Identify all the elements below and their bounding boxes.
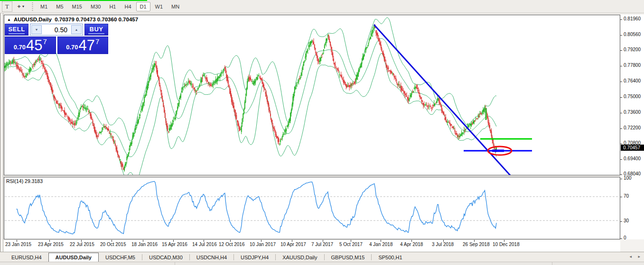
sell-button[interactable]: SELL [5, 24, 28, 36]
date-label: 26 Sep 2018 [463, 242, 490, 247]
date-label: 12 Oct 2016 [219, 242, 244, 247]
date-label: 22 Jul 2015 [70, 242, 94, 247]
date-label: 10 Jan 2017 [250, 242, 276, 247]
timeframe-button-m15[interactable]: M15 [68, 2, 86, 11]
status-divider [552, 262, 552, 265]
status-divider [175, 262, 175, 265]
price-tick [620, 35, 622, 36]
date-label: 23 Apr 2015 [38, 242, 64, 247]
rsi-line [17, 182, 497, 234]
status-strip [0, 262, 644, 265]
price-tick [620, 19, 622, 20]
rsi-level-tick [620, 221, 622, 222]
rsi-level-label: 0 [624, 235, 626, 240]
window-top-accent [0, 0, 147, 1]
rsi-label: RSI(14) 29.3183 [6, 178, 43, 184]
rsi-level-label: 70 [624, 193, 629, 199]
chevron-down-icon: ▾ [22, 4, 24, 9]
price-label: 0.77800 [624, 63, 641, 68]
price-label: 0.69400 [624, 156, 641, 161]
toolbar-separator [31, 2, 34, 11]
price-label: 0.76400 [624, 78, 641, 83]
price-label: 0.75000 [624, 94, 641, 99]
price-tick [620, 159, 622, 160]
timeframe-button-mn[interactable]: MN [168, 2, 183, 11]
volume-input[interactable]: 0.50 [43, 25, 70, 34]
date-label: 23 Jan 2015 [5, 242, 31, 247]
text-label-tool-button[interactable]: T [2, 1, 12, 12]
rsi-level-tick [620, 238, 622, 239]
metatrader-window: T ✦ ▾ M1M5M15M30H1H4D1W1MN ▲ AUDUSD,Dail… [0, 0, 644, 265]
chart-tab-usdchf-m5[interactable]: USDCHF,M5 [99, 253, 142, 262]
date-label: 4 Jan 2018 [369, 242, 393, 247]
chart-tab-eurusd-h4[interactable]: EURUSD,H4 [5, 253, 48, 262]
arrows-icon: ✦ [17, 3, 21, 10]
chart-tab-bar: EURUSD,H4AUDUSD,DailyUSDCHF,M5USDCAD,M30… [0, 252, 644, 262]
current-price-label: 0.70457 [621, 145, 644, 151]
price-label: 0.73600 [624, 110, 641, 115]
date-label: 5 Oct 2017 [339, 242, 363, 247]
chart-ohlc-values: 0.70379 0.70473 0.70360 0.70457 [55, 17, 138, 22]
rsi-level-label: 30 [624, 218, 629, 223]
rsi-indicator-pane[interactable]: RSI(14) 29.3183 [4, 177, 620, 239]
annotation-trendline[interactable] [374, 25, 511, 175]
chart-tab-xauusd-daily[interactable]: XAUUSD,Daily [276, 253, 324, 262]
window-left-inner-border [3, 13, 3, 262]
date-label: 20 Oct 2015 [100, 242, 126, 247]
price-label: 0.81960 [624, 16, 641, 21]
rsi-level-tick [620, 179, 622, 179]
date-label: 7 Jul 2017 [311, 242, 333, 247]
timeframe-button-group: M1M5M15M30H1H4D1W1MN [37, 2, 183, 11]
one-click-trading-panel: SELL ▼ 0.50 ▲ BUY 0.70457 0.70477 [5, 24, 108, 54]
sell-underline [9, 33, 25, 34]
rsi-chart [4, 177, 620, 239]
timeframe-button-h1[interactable]: H1 [105, 2, 120, 11]
volume-stepper: ▼ 0.50 ▲ [30, 24, 83, 36]
price-label: 0.72200 [624, 125, 641, 130]
timeframe-button-d1[interactable]: D1 [136, 2, 150, 11]
price-tick [620, 82, 622, 82]
window-left-border [0, 13, 0, 262]
buy-button[interactable]: BUY [84, 24, 108, 36]
price-tick [620, 174, 622, 175]
date-axis[interactable]: 23 Jan 201523 Apr 201522 Jul 201520 Oct … [4, 240, 620, 252]
collapse-triangle-icon[interactable]: ▲ [7, 18, 11, 22]
date-label: 3 Jul 2018 [432, 242, 454, 247]
date-label: 15 Apr 2016 [162, 242, 187, 247]
timeframe-button-m1[interactable]: M1 [37, 2, 51, 11]
date-label: 4 Apr 2018 [400, 242, 423, 247]
price-label: 0.80560 [624, 32, 641, 37]
tab-scroll-left-icon[interactable]: ◂ [629, 254, 632, 259]
chart-tab-gbpusd-m15[interactable]: GBPUSD,M15 [325, 253, 372, 262]
chart-tab-audusd-daily[interactable]: AUDUSD,Daily [48, 253, 99, 262]
rsi-level-tick [620, 197, 622, 197]
date-label: 18 Jan 2016 [131, 242, 158, 247]
buy-underline [88, 33, 104, 34]
sell-price-display[interactable]: 0.70457 [5, 37, 56, 54]
chart-tab-sp500-h1[interactable]: SP500,H1 [372, 253, 409, 262]
top-toolbar: T ✦ ▾ M1M5M15M30H1H4D1W1MN [0, 0, 644, 13]
price-axis[interactable]: 0.819600.805600.792000.778000.764000.750… [620, 15, 644, 239]
price-tick [620, 144, 622, 144]
volume-increase-button[interactable]: ▲ [71, 25, 82, 34]
date-label: 10 Apr 2017 [280, 242, 306, 247]
price-tick [620, 97, 622, 98]
chart-title: ▲ AUDUSD,Daily 0.70379 0.70473 0.70360 0… [7, 17, 138, 22]
buy-price-display[interactable]: 0.70477 [57, 37, 109, 54]
timeframe-button-m30[interactable]: M30 [87, 2, 104, 11]
chart-tab-usdcad-m30[interactable]: USDCAD,M30 [142, 253, 189, 262]
timeframe-button-m5[interactable]: M5 [52, 2, 67, 11]
price-tick [620, 50, 622, 51]
chart-tab-usdcnh-h4[interactable]: USDCNH,H4 [190, 253, 233, 262]
timeframe-button-h4[interactable]: H4 [121, 2, 135, 11]
rsi-level-label: 100 [624, 175, 632, 181]
price-tick [620, 128, 622, 129]
price-tick [620, 113, 622, 113]
volume-decrease-button[interactable]: ▼ [31, 25, 42, 34]
chart-symbol-period: AUDUSD,Daily 0.70379 0.70473 0.70360 0.7… [14, 17, 138, 22]
arrows-tool-button[interactable]: ✦ ▾ [14, 2, 27, 11]
timeframe-button-w1[interactable]: W1 [151, 2, 167, 11]
tab-scroll-right-icon[interactable]: ▸ [638, 254, 640, 259]
chart-tab-usdjpy-h4[interactable]: USDJPY,H4 [234, 253, 275, 262]
price-tick [620, 66, 622, 66]
